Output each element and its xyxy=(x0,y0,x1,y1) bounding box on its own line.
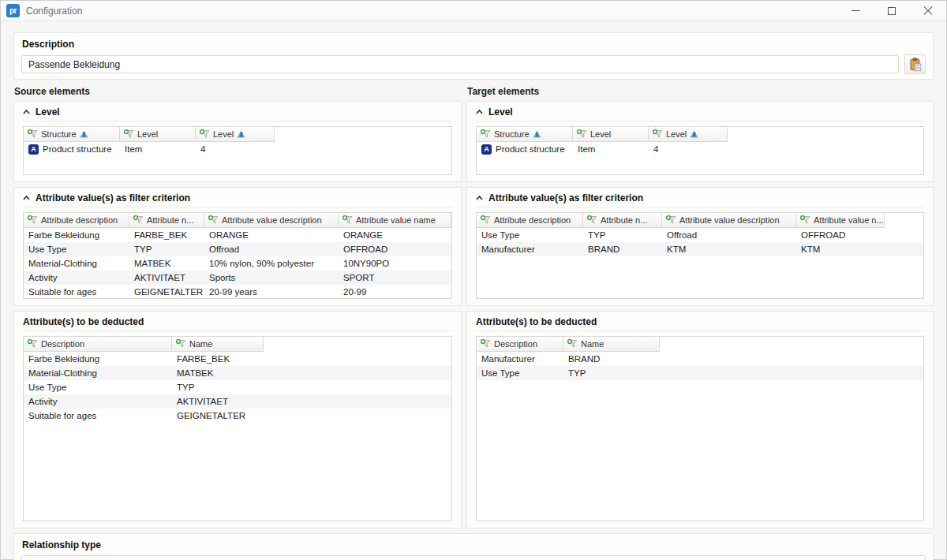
table-row[interactable]: Use TypeTYPOffroadOFFROAD xyxy=(477,228,923,242)
target-deduct-table: DescriptionNameManufacturerBRANDUse Type… xyxy=(476,336,924,521)
filter-funnel-icon[interactable] xyxy=(481,339,491,349)
table-cell: TYP xyxy=(129,245,204,254)
column-header-label: Attribute value description xyxy=(222,215,322,225)
filter-funnel-icon[interactable] xyxy=(208,215,219,225)
column-header-attribute-n-[interactable]: Attribute n... xyxy=(583,213,662,228)
table-cell: Item xyxy=(573,144,649,154)
column-header-attribute-value-name[interactable]: Attribute value name xyxy=(339,213,451,228)
table-header-row: Structure1LevelLevel2 xyxy=(477,127,923,142)
filter-funnel-icon[interactable] xyxy=(666,215,676,225)
column-header-level[interactable]: Level xyxy=(120,127,196,142)
table-row[interactable]: Use TypeTYP xyxy=(24,380,451,394)
source-filter-table: Attribute descriptionAttribute n...Attri… xyxy=(23,212,452,299)
table-row[interactable]: Material-ClothingMATBEK10% nylon, 90% po… xyxy=(24,256,451,271)
column-header-attribute-value-description[interactable]: Attribute value description xyxy=(662,213,796,228)
collapse-chevron-up-icon[interactable] xyxy=(23,196,30,200)
table-row[interactable]: Suitable for agesGEIGNETALTER xyxy=(24,409,451,423)
table-cell: MATBEK xyxy=(129,259,204,268)
source-level-header[interactable]: Level xyxy=(23,102,452,121)
table-header-row: DescriptionName xyxy=(477,337,923,352)
minimize-button[interactable] xyxy=(837,1,874,21)
description-input[interactable] xyxy=(21,55,899,73)
filter-funnel-icon[interactable] xyxy=(133,215,144,225)
filter-funnel-icon[interactable] xyxy=(481,215,491,225)
column-header-attribute-value-description[interactable]: Attribute value description xyxy=(204,213,339,228)
filter-funnel-icon[interactable] xyxy=(176,339,186,349)
table-cell: TYP xyxy=(563,368,660,378)
column-header-label: Name xyxy=(581,339,604,349)
column-header-attribute-n-[interactable]: Attribute n... xyxy=(129,213,204,228)
table-row[interactable]: ManufacturerBRANDKTMKTM xyxy=(477,242,923,256)
table-row[interactable]: ActivityAKTIVITAET xyxy=(24,394,451,409)
source-deduct-header: Attribute(s) to be deducted xyxy=(23,312,452,331)
table-row[interactable]: AProduct structureItem4 xyxy=(24,142,451,156)
table-row[interactable]: Material-ClothingMATBEK xyxy=(24,366,451,380)
table-cell: AProduct structure xyxy=(477,144,573,155)
titlebar: pr Configuration xyxy=(1,1,946,21)
minimize-icon xyxy=(852,10,860,11)
column-header-label: Attribute value name xyxy=(356,215,436,225)
table-cell: GEIGNETALTER xyxy=(172,411,264,420)
collapse-chevron-up-icon[interactable] xyxy=(23,110,30,114)
table-row[interactable]: ManufacturerBRAND xyxy=(477,352,923,366)
column-header-structure[interactable]: Structure1 xyxy=(477,127,573,142)
filter-funnel-icon[interactable] xyxy=(28,215,38,225)
table-row[interactable]: ActivityAKTIVITAETSportsSPORT xyxy=(24,271,451,285)
table-cell: Material-Clothing xyxy=(24,368,172,378)
table-header-row: DescriptionName xyxy=(24,337,451,352)
column-header-attribute-description[interactable]: Attribute description xyxy=(24,213,129,228)
table-cell: Use Type xyxy=(477,368,563,378)
window-controls xyxy=(837,1,946,21)
column-header-attribute-value-n-[interactable]: Attribute value n... xyxy=(796,213,885,228)
section-title: Level xyxy=(36,106,60,118)
relationship-label: Relationship type xyxy=(22,539,926,551)
section-title: Attribute value(s) as filter criterion xyxy=(36,192,190,203)
table-cell: AKTIVITAET xyxy=(172,397,264,406)
table-row[interactable]: Use TypeTYP xyxy=(477,366,923,380)
filter-funnel-icon[interactable] xyxy=(481,129,491,139)
column-header-level[interactable]: Level2 xyxy=(196,127,275,142)
filter-funnel-icon[interactable] xyxy=(577,129,587,139)
source-level-section: Level Structure1LevelLevel2AProduct stru… xyxy=(13,101,462,182)
close-button[interactable] xyxy=(910,1,946,21)
filter-funnel-icon[interactable] xyxy=(653,129,663,139)
column-header-description[interactable]: Description xyxy=(24,337,172,352)
column-header-name[interactable]: Name xyxy=(563,337,660,352)
table-row[interactable]: AProduct structureItem4 xyxy=(477,142,923,156)
target-filter-header[interactable]: Attribute value(s) as filter criterion xyxy=(476,188,924,207)
table-row[interactable]: Use TypeTYPOffroadOFFROAD xyxy=(24,242,451,256)
filter-funnel-icon[interactable] xyxy=(28,129,38,139)
column-header-level[interactable]: Level xyxy=(573,127,649,142)
column-header-label: Attribute description xyxy=(494,215,571,225)
table-header-row: Attribute descriptionAttribute n...Attri… xyxy=(24,213,451,228)
paste-button[interactable] xyxy=(904,54,926,74)
filter-funnel-icon[interactable] xyxy=(124,129,134,139)
filter-funnel-icon[interactable] xyxy=(28,339,38,349)
table-row[interactable]: Farbe BekleidungFARBE_BEKORANGEORANGE xyxy=(24,228,451,242)
filter-funnel-icon[interactable] xyxy=(200,129,210,139)
table-row[interactable]: Farbe BekleidungFARBE_BEK xyxy=(24,352,451,366)
column-header-description[interactable]: Description xyxy=(477,337,563,352)
column-header-label: Attribute n... xyxy=(147,215,193,225)
target-level-header[interactable]: Level xyxy=(476,102,924,121)
column-header-name[interactable]: Name xyxy=(172,337,264,352)
collapse-chevron-up-icon[interactable] xyxy=(476,110,483,114)
filter-funnel-icon[interactable] xyxy=(587,215,597,225)
filter-funnel-icon[interactable] xyxy=(567,339,578,349)
table-row[interactable]: Suitable for agesGEIGNETALTER20-99 years… xyxy=(24,285,451,299)
collapse-chevron-up-icon[interactable] xyxy=(476,196,483,200)
table-cell: KTM xyxy=(796,245,885,254)
table-cell: 4 xyxy=(649,144,728,154)
filter-funnel-icon[interactable] xyxy=(800,215,810,225)
target-deduct-section: Attribute(s) to be deducted DescriptionN… xyxy=(466,311,934,528)
column-header-label: Attribute description xyxy=(41,215,118,225)
column-header-level[interactable]: Level2 xyxy=(649,127,728,142)
close-icon xyxy=(923,6,933,16)
column-header-structure[interactable]: Structure1 xyxy=(24,127,120,142)
filter-funnel-icon[interactable] xyxy=(342,215,353,225)
source-filter-header[interactable]: Attribute value(s) as filter criterion xyxy=(23,188,452,207)
sort-ascending-triangle-icon: 2 xyxy=(237,130,245,138)
column-header-attribute-description[interactable]: Attribute description xyxy=(477,213,583,228)
maximize-button[interactable] xyxy=(874,1,910,21)
relationship-select[interactable]: Matching clothing xyxy=(21,555,926,560)
